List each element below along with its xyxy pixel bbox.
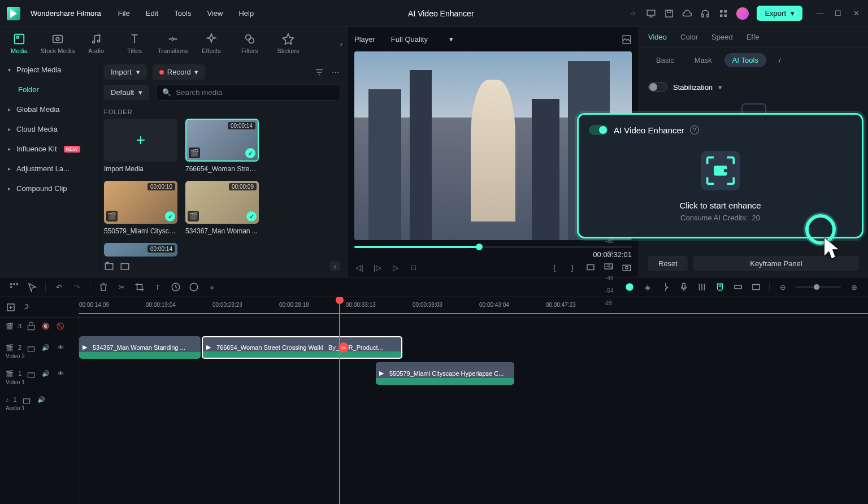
zoom-handle[interactable]	[814, 284, 819, 290]
zoom-slider[interactable]	[796, 286, 841, 288]
stabilization-toggle[interactable]	[648, 82, 667, 92]
snapshot-icon[interactable]	[622, 262, 632, 272]
hide-icon[interactable]: 🚫	[55, 321, 66, 331]
sidebar-compound[interactable]: Compound Clip	[0, 179, 97, 198]
prev-frame-icon[interactable]: ◁|	[354, 262, 364, 272]
menu-edit[interactable]: Edit	[146, 9, 158, 18]
volume-icon[interactable]: 🔊	[41, 342, 51, 353]
color-icon[interactable]	[189, 282, 199, 292]
save-icon[interactable]	[664, 8, 674, 19]
mixer-icon[interactable]	[697, 282, 707, 292]
zoom-in-icon[interactable]: ⊕	[849, 282, 859, 292]
split-icon[interactable]: ✂	[116, 282, 127, 292]
folder-new-icon[interactable]	[104, 261, 114, 271]
import-dropdown[interactable]: Import▾	[104, 64, 147, 80]
marker-icon[interactable]	[661, 282, 671, 292]
link-option-icon[interactable]	[20, 302, 31, 312]
headphones-icon[interactable]	[700, 8, 710, 19]
sort-dropdown[interactable]: Default▾	[104, 85, 149, 100]
tab-audio[interactable]: Audio	[77, 33, 115, 54]
minimize-icon[interactable]: —	[815, 8, 825, 19]
frame-icon[interactable]	[751, 282, 761, 292]
quality-dropdown[interactable]: Full Quality▾	[384, 32, 460, 47]
mic-icon[interactable]	[679, 282, 689, 292]
subtab-ai-tools[interactable]: AI Tools	[724, 53, 766, 67]
menu-view[interactable]: View	[207, 9, 223, 18]
magnet-icon[interactable]	[715, 282, 725, 292]
next-frame-icon[interactable]: |▷	[372, 262, 383, 272]
ai-icon[interactable]	[624, 282, 635, 292]
ai-enhancer-toggle[interactable]	[589, 125, 608, 135]
brace-right-icon[interactable]: }	[567, 262, 578, 272]
clip[interactable]: ▶550579_Miami Cityscape Hyperlapse C...	[376, 362, 514, 385]
cursor-icon[interactable]	[27, 282, 37, 292]
eye-icon[interactable]: 👁	[55, 368, 66, 379]
enhance-icon[interactable]	[701, 151, 740, 190]
grid-icon[interactable]	[718, 8, 728, 19]
mute-icon[interactable]: 🔇	[41, 321, 51, 331]
folder-icon[interactable]	[120, 261, 130, 271]
tab-speed[interactable]: Speed	[711, 33, 733, 47]
reset-button[interactable]: Reset	[648, 256, 688, 271]
avatar[interactable]	[736, 7, 749, 20]
speed-icon[interactable]	[171, 282, 181, 292]
filter-icon[interactable]	[314, 67, 324, 77]
play-icon[interactable]: ▷	[390, 262, 401, 272]
redo-icon[interactable]: ↷	[72, 282, 82, 292]
playhead[interactable]	[339, 297, 340, 504]
tab-stickers[interactable]: Stickers	[269, 33, 307, 54]
monitor-icon[interactable]	[646, 8, 656, 19]
subtab-mask[interactable]: Mask	[687, 53, 720, 67]
import-card[interactable]: +Import Media	[104, 119, 177, 173]
tab-color[interactable]: Color	[680, 33, 698, 47]
clip-selected[interactable]: ▶766654_Woman Street Crossing Walki By_M…	[202, 336, 402, 359]
menu-help[interactable]: Help	[238, 9, 254, 18]
sidebar-adjustment[interactable]: Adjustment La...	[0, 159, 97, 179]
cloud-icon[interactable]	[682, 8, 692, 19]
text-icon[interactable]: T	[153, 282, 163, 292]
search-input[interactable]	[176, 88, 334, 97]
more-icon[interactable]: ⋯	[330, 67, 340, 77]
sidebar-global-media[interactable]: Global Media	[0, 99, 97, 119]
sidebar-project-media[interactable]: Project Media	[0, 60, 97, 80]
sidebar-folder[interactable]: Folder	[0, 80, 97, 99]
more-tools-icon[interactable]: »	[207, 282, 217, 292]
progress-handle[interactable]	[476, 244, 483, 250]
subtab-basic[interactable]: Basic	[648, 53, 682, 67]
lock-icon[interactable]	[21, 394, 32, 405]
undo-icon[interactable]: ↶	[54, 282, 64, 292]
eye-icon[interactable]: 👁	[55, 342, 66, 353]
tab-titles[interactable]: Titles	[115, 33, 154, 54]
tab-effects-props[interactable]: Effe	[747, 33, 760, 47]
tab-filters[interactable]: Filters	[231, 33, 269, 54]
sidebar-influence-kit[interactable]: Influence KitNEW	[0, 139, 97, 159]
lock-icon[interactable]	[26, 342, 36, 353]
thumb-card[interactable]: 00:00:10🎬✓550579_Miami Citysca...	[104, 181, 177, 235]
tab-stock[interactable]: Stock Media	[38, 33, 77, 54]
keyframe-icon[interactable]: ◈	[643, 282, 653, 292]
video-track-1[interactable]: ▶550579_Miami Cityscape Hyperlapse C...	[79, 360, 868, 386]
tab-transitions[interactable]: Transitions	[154, 33, 192, 54]
circle-icon[interactable]: ○	[628, 8, 638, 19]
brace-left-icon[interactable]: {	[549, 262, 559, 272]
search-box[interactable]: 🔍	[156, 84, 340, 101]
volume-icon[interactable]: 🔊	[36, 394, 46, 405]
preview-progress[interactable]	[354, 246, 632, 248]
grid-icon[interactable]	[9, 282, 19, 292]
menu-tools[interactable]: Tools	[174, 9, 191, 18]
thumb-card[interactable]: 00:00:09🎬✓534367_Man Woman ...	[185, 181, 259, 235]
close-icon[interactable]: ✕	[851, 8, 861, 19]
thumb-card[interactable]: 00:00:14	[104, 243, 177, 257]
timeline-ruler[interactable]: 00:00:14:09 00:00:19:04 00:00:23:23 00:0…	[79, 297, 868, 318]
crop-icon[interactable]	[134, 282, 145, 292]
maximize-icon[interactable]: ☐	[833, 8, 843, 19]
link-icon[interactable]	[733, 282, 743, 292]
subtab-more[interactable]: /	[771, 53, 789, 67]
audio-track-1[interactable]	[79, 386, 868, 412]
tabs-next-icon[interactable]: ›	[340, 40, 342, 48]
volume-icon[interactable]: 🔊	[41, 368, 51, 379]
tab-media[interactable]: Media	[0, 33, 38, 54]
image-icon[interactable]	[622, 34, 632, 45]
delete-icon[interactable]	[98, 282, 108, 292]
tab-effects[interactable]: Effects	[192, 33, 231, 54]
